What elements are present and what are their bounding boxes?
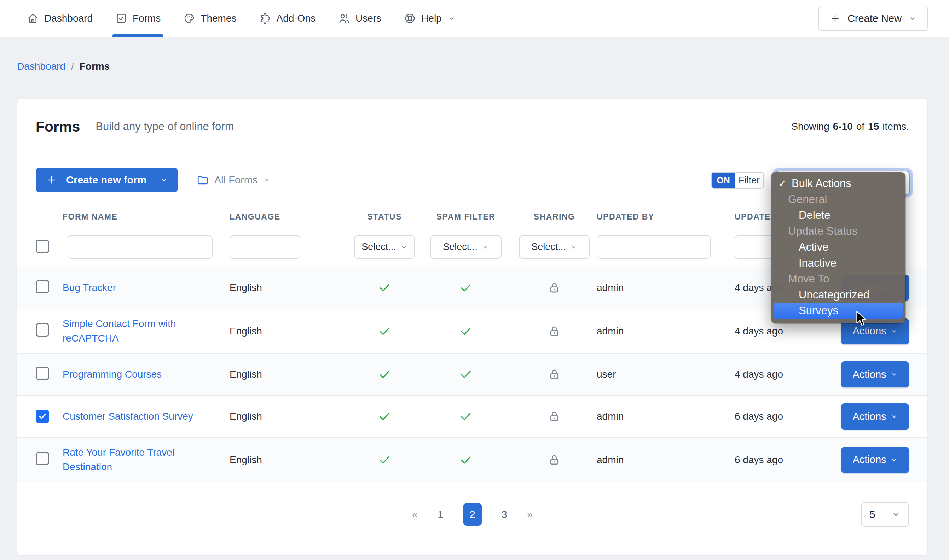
form-name-link[interactable]: Simple Contact Form with reCAPTCHA [63, 317, 204, 345]
nav-item-dashboard[interactable]: Dashboard [27, 0, 92, 37]
row-checkbox-checked[interactable] [36, 410, 49, 423]
per-page-value: 5 [869, 508, 875, 520]
nav-item-label: Themes [200, 13, 236, 24]
sharing-cell [512, 409, 597, 423]
toggle-filter-label: Filter [735, 172, 763, 188]
chevron-down-icon [263, 176, 270, 183]
nav-item-users[interactable]: Users [338, 0, 381, 37]
chevron-down-icon [890, 371, 898, 378]
status-cell [349, 281, 420, 294]
showing-summary: Showing 6-10 of 15 items. [791, 121, 909, 132]
row-checkbox[interactable] [36, 280, 49, 294]
spam-filter-select[interactable]: Select... [430, 235, 502, 259]
per-page-select[interactable]: 5 [861, 502, 909, 527]
menu-group-general: General [771, 191, 906, 207]
form-name-link[interactable]: Bug Tracker [63, 281, 116, 295]
breadcrumb-separator: / [71, 61, 74, 72]
language-cell: English [230, 282, 349, 294]
table-row: Programming Courses English user 4 days … [17, 354, 927, 395]
check-icon: ✓ [778, 177, 792, 189]
nav-item-themes[interactable]: Themes [183, 0, 236, 37]
spam-check-icon [459, 453, 473, 467]
status-filter-select[interactable]: Select... [354, 235, 415, 259]
spam-check-icon [459, 325, 473, 338]
nav-item-addons[interactable]: Add-Ons [259, 0, 316, 37]
form-name-link[interactable]: Programming Courses [63, 367, 162, 382]
select-all-checkbox[interactable] [36, 240, 49, 253]
updated-by-cell: admin [597, 282, 735, 294]
chevron-down-icon [401, 244, 407, 251]
row-actions-button[interactable]: Actions [841, 447, 909, 473]
menu-item-active[interactable]: Active [771, 239, 906, 255]
nav-item-help[interactable]: Help [404, 0, 456, 37]
chevron-down-icon [891, 510, 901, 519]
language-filter-input[interactable] [230, 235, 300, 259]
nav-item-forms[interactable]: Forms [115, 0, 160, 37]
page-title: Forms [36, 118, 80, 135]
pagination-page-2-active[interactable]: 2 [463, 503, 482, 526]
row-actions-button[interactable]: Actions [841, 403, 909, 429]
forms-filter-label: All Forms [214, 174, 257, 186]
form-name-filter-input[interactable] [68, 235, 213, 259]
language-cell: English [230, 326, 349, 337]
sharing-filter-select[interactable]: Select... [519, 235, 590, 259]
home-icon [27, 12, 39, 25]
spam-filter-cell [420, 453, 512, 467]
updated-by-cell: admin [597, 411, 735, 422]
breadcrumb-dashboard-link[interactable]: Dashboard [17, 61, 65, 72]
create-new-form-button[interactable]: Create new form [36, 168, 178, 192]
showing-range: 6-10 [833, 121, 853, 132]
spam-filter-cell [420, 281, 512, 294]
column-form-name: FORM NAME [63, 212, 230, 222]
toggle-on-state: ON [712, 172, 735, 188]
menu-item-inactive[interactable]: Inactive [771, 255, 906, 271]
menu-item-delete[interactable]: Delete [771, 207, 906, 223]
updated-at-cell: 6 days ago [735, 454, 841, 466]
folder-icon [196, 174, 209, 186]
language-cell: English [230, 369, 349, 380]
lock-icon [547, 324, 561, 338]
chevron-down-icon [160, 176, 168, 184]
pagination-first-button[interactable]: « [412, 508, 418, 520]
spam-filter-cell [420, 410, 512, 423]
sharing-cell [512, 324, 597, 338]
plus-icon [46, 174, 57, 186]
column-updated-by: UPDATED BY [597, 212, 735, 222]
menu-group-update-status: Update Status [771, 223, 906, 239]
menu-item-bulk-actions[interactable]: ✓ Bulk Actions [771, 175, 906, 191]
card-header: Forms Build any type of online form Show… [17, 99, 927, 154]
spam-check-icon [459, 410, 473, 423]
pagination-page-3[interactable]: 3 [502, 509, 507, 520]
pagination-page-1[interactable]: 1 [438, 509, 443, 520]
filter-toggle[interactable]: ON Filter [711, 172, 764, 189]
column-sharing: SHARING [512, 212, 597, 222]
status-check-icon [378, 410, 391, 423]
chevron-down-icon [890, 328, 898, 335]
plus-icon [830, 13, 840, 24]
sharing-cell [512, 453, 597, 467]
status-check-icon [378, 453, 391, 467]
top-navigation: Dashboard Forms Themes Add-Ons Users Hel… [0, 0, 949, 37]
chevron-down-icon [890, 456, 898, 463]
row-checkbox[interactable] [36, 452, 49, 465]
row-checkbox[interactable] [36, 323, 49, 337]
chevron-down-icon [570, 244, 577, 251]
spam-filter-cell [420, 325, 512, 338]
row-actions-button[interactable]: Actions [841, 361, 909, 388]
table-footer: « 1 2 3 » 5 [17, 482, 927, 546]
status-cell [349, 410, 420, 423]
form-name-link[interactable]: Rate Your Favorite Travel Destination [63, 445, 204, 474]
create-new-button[interactable]: Create New [818, 6, 928, 31]
chevron-down-icon [890, 413, 898, 420]
nav-item-label: Dashboard [44, 13, 92, 24]
updated-by-filter-input[interactable] [597, 235, 710, 259]
form-name-link[interactable]: Customer Satisfaction Survey [63, 409, 193, 424]
pagination-last-button[interactable]: » [527, 508, 533, 520]
spam-filter-cell [420, 368, 512, 381]
menu-item-surveys-highlighted[interactable]: Surveys [773, 303, 903, 318]
row-checkbox[interactable] [36, 367, 49, 380]
forms-folder-filter[interactable]: All Forms [196, 174, 270, 186]
menu-item-uncategorized[interactable]: Uncategorized [771, 287, 906, 303]
language-cell: English [230, 411, 349, 422]
language-cell: English [230, 454, 349, 466]
